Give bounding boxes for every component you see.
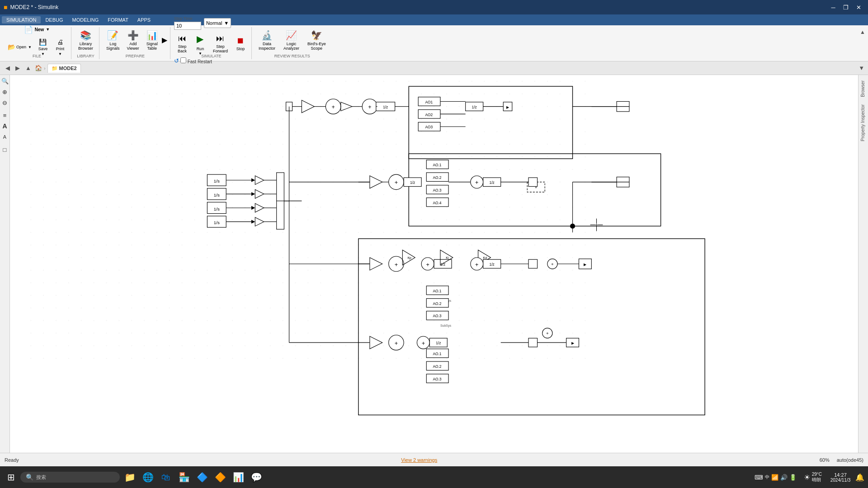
library-icon: 📚 [80,30,91,41]
nav-forward-button[interactable]: ▶ [14,64,22,72]
svg-text:+: + [395,179,398,186]
step-forward-icon: ⏭ [216,34,224,43]
taskbar-explorer[interactable]: 📁 [122,469,138,485]
collapse-toolbar-button[interactable]: ▲ [860,29,865,35]
selection-button[interactable]: □ [1,145,9,154]
toolbar: 📄 New ▼ 📂 Open ▼ 💾 Save ▼ [0,25,868,61]
eye-icon: 🦅 [311,30,322,41]
signal-icon: 📊 [146,30,158,41]
zoom-level: 60% [820,457,830,463]
menu-format[interactable]: FORMAT [103,16,133,23]
restore-button[interactable]: ❐ [840,3,852,12]
stop-button[interactable]: ⏹ Stop [232,34,249,53]
logic-analyzer-button[interactable]: 📈 LogicAnalyzer [280,28,302,53]
signal-table-button[interactable]: 📊 SignalTable [143,28,161,53]
taskbar-chat[interactable]: 💬 [248,469,264,485]
stop-time-input[interactable] [174,22,201,30]
svg-text:AO.3: AO.3 [433,188,441,192]
search-bar[interactable]: 🔍 搜索 [20,472,120,483]
app-icon: ■ [4,4,7,11]
review-group: 🔬 DataInspector 📈 LogicAnalyzer 🦅 Bird's… [253,27,332,59]
svg-text:AO1: AO1 [425,100,433,104]
svg-text:AO.1: AO.1 [433,163,441,167]
log-label: LogSignals [106,42,120,51]
tray-sound[interactable]: 🔊 [780,474,788,481]
menu-modeling[interactable]: MODELING [68,16,104,23]
svg-text:+: + [395,340,398,347]
menu-apps[interactable]: APPS [133,16,155,23]
log-signals-button[interactable]: 📝 LogSignals [103,28,123,53]
text-small-button[interactable]: A [1,133,9,141]
weather-widget[interactable]: ☀ 29°C 晴朗 [800,472,826,483]
stop-icon: ⏹ [236,36,245,46]
system-tray: ⌨ 中 📶 🔊 🔋 ☀ 29°C 晴朗 14:27 2024/11/3 🔔 [755,472,864,483]
model-tab[interactable]: 📁 MODE2 [47,64,81,73]
warnings-link[interactable]: View 2 warnings [401,457,437,463]
library-button[interactable]: 📚 LibraryBrowser [75,28,96,53]
temperature: 29°C [812,472,822,477]
svg-text:AO.2: AO.2 [433,175,441,180]
run-icon: ▶ [197,33,203,44]
file-group: 📄 New ▼ 📂 Open ▼ 💾 Save ▼ [3,27,71,59]
taskbar-matlab1[interactable]: 🔷 [194,469,210,485]
file-group-label: FILE [3,54,71,58]
solver-label: auto(ode45) [837,457,863,463]
search-icon: 🔍 [26,474,33,481]
analyzer-icon: 📈 [286,30,297,41]
properties-button[interactable]: ≡ [1,111,9,119]
step-forward-button[interactable]: ⏭ StepForward [210,32,231,55]
run-button[interactable]: ▶ [192,32,208,46]
text-large-button[interactable]: A [1,122,9,130]
inspector-label: DataInspector [259,42,275,51]
data-inspector-button[interactable]: 🔬 DataInspector [255,28,278,53]
start-button[interactable]: ⊞ [4,470,19,484]
svg-rect-86 [528,178,538,187]
search-label: 搜索 [36,474,46,481]
tray-keyboard[interactable]: ⌨ [755,474,763,481]
minimize-button[interactable]: ─ [827,3,839,12]
analyzer-label: LogicAnalyzer [283,42,299,51]
svg-text:+: + [551,262,554,267]
tray-network[interactable]: 📶 [771,474,778,481]
tray-battery[interactable]: 🔋 [789,474,797,481]
inspector-icon: 🔬 [261,30,273,41]
new-arrow[interactable]: ▼ [46,27,50,32]
svg-text:AO.3: AO.3 [433,314,441,318]
library-group-label: LIBRARY [72,54,99,58]
prepare-group: 📝 LogSignals ➕ AddViewer 📊 SignalTable ▶… [100,27,170,59]
svg-text:AO2: AO2 [425,113,433,117]
simulate-group-label: SIMULATE [171,54,251,58]
svg-text:1/z: 1/z [410,180,415,185]
tray-lang[interactable]: 中 [765,474,769,480]
taskbar-ppt[interactable]: 📊 [230,469,246,485]
property-inspector-tab[interactable]: Property Inspector [859,101,867,145]
nav-up-button[interactable]: ▲ [24,64,33,72]
clock[interactable]: 14:27 2024/11/3 [829,472,852,483]
main-canvas[interactable]: 1/s 1/s 1/s [10,75,858,453]
simulation-mode-dropdown[interactable]: Normal ▼ [204,18,231,28]
step-back-icon: ⏮ [178,34,186,43]
review-group-label: REVIEW RESULTS [253,54,332,58]
weather-desc: 晴朗 [812,477,822,483]
home-icon[interactable]: 🏠 [35,65,42,71]
svg-rect-1 [24,75,591,365]
new-button[interactable]: 📄 New ▼ [5,23,68,36]
browser-tab[interactable]: Browser [859,77,867,101]
taskbar-matlab2[interactable]: 🔶 [212,469,228,485]
step-back-button[interactable]: ⏮ StepBack [174,32,190,55]
zoom-out-button[interactable]: ⊖ [1,99,9,107]
taskbar-edge[interactable]: 🌐 [140,469,156,485]
fit-view-button[interactable]: ⊕ [1,88,9,96]
taskbar-3d[interactable]: 🏪 [176,469,192,485]
tab-expand-button[interactable]: ▼ [859,65,864,71]
nav-back-button[interactable]: ◀ [4,64,12,72]
add-icon: ➕ [127,30,139,41]
add-viewer-button[interactable]: ➕ AddViewer [124,28,142,53]
zoom-in-button[interactable]: 🔍 [1,77,9,85]
stop-time-container: Stop Time [174,16,201,30]
notification-icon[interactable]: 🔔 [855,473,864,482]
taskbar-store[interactable]: 🛍 [158,469,174,485]
close-button[interactable]: ✕ [853,3,864,12]
birds-eye-button[interactable]: 🦅 Bird's-EyeScope [304,28,329,53]
prepare-arrow[interactable]: ▶ [162,36,167,44]
